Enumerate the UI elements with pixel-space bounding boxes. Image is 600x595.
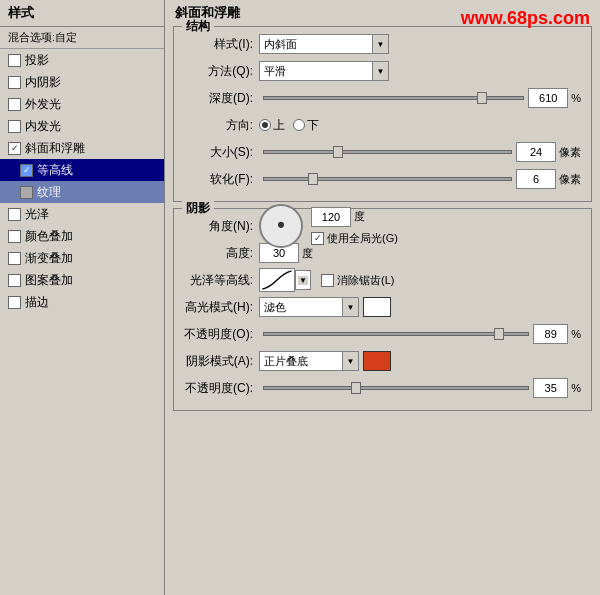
method-select[interactable]: 平滑 ▼	[259, 61, 389, 81]
angle-unit: 度	[354, 209, 365, 224]
shadow-opacity-slider-container	[259, 386, 533, 390]
highlight-mode-row: 高光模式(H): 滤色 ▼	[184, 296, 581, 318]
size-input[interactable]: 24	[516, 142, 556, 162]
angle-right-col: 120 度 使用全局光(G)	[311, 207, 398, 246]
sidebar-item-texture[interactable]: 纹理	[0, 181, 164, 203]
gloss-contour-arrow-icon[interactable]: ▼	[298, 276, 308, 285]
direction-up-item[interactable]: 上	[259, 117, 285, 134]
size-row: 大小(S): 24 像素	[184, 141, 581, 163]
size-slider-track[interactable]	[263, 150, 512, 154]
soften-slider-track[interactable]	[263, 177, 512, 181]
sidebar-item-color-overlay[interactable]: 颜色叠加	[0, 225, 164, 247]
angle-input[interactable]: 120	[311, 207, 351, 227]
sidebar-item-inner-shadow[interactable]: 内阴影	[0, 71, 164, 93]
direction-down-radio[interactable]	[293, 119, 305, 131]
shadow-mode-value: 正片叠底	[264, 354, 308, 369]
structure-panel: 结构 样式(I): 内斜面 ▼ 方法(Q): 平滑 ▼ 深度(D):	[173, 26, 592, 202]
highlight-color-swatch[interactable]	[363, 297, 391, 317]
color-overlay-checkbox[interactable]	[8, 230, 21, 243]
direction-label: 方向:	[184, 117, 259, 134]
inner-glow-checkbox[interactable]	[8, 120, 21, 133]
sidebar-subtitle: 混合选项:自定	[0, 27, 164, 49]
global-light-checkbox[interactable]	[311, 232, 324, 245]
sidebar-item-stroke[interactable]: 描边	[0, 291, 164, 313]
sidebar-item-bevel-emboss[interactable]: 斜面和浮雕	[0, 137, 164, 159]
sidebar-item-satin[interactable]: 光泽	[0, 203, 164, 225]
inner-shadow-checkbox[interactable]	[8, 76, 21, 89]
style-select[interactable]: 内斜面 ▼	[259, 34, 389, 54]
gloss-contour-select[interactable]: ▼	[295, 270, 311, 290]
soften-slider-thumb[interactable]	[308, 173, 318, 185]
texture-label: 纹理	[37, 184, 61, 201]
gloss-contour-thumb[interactable]	[259, 268, 295, 292]
sidebar-item-drop-shadow[interactable]: 投影	[0, 49, 164, 71]
structure-label: 结构	[182, 18, 214, 35]
highlight-opacity-input[interactable]: 89	[533, 324, 568, 344]
contour-label: 等高线	[37, 162, 73, 179]
contour-checkbox[interactable]	[20, 164, 33, 177]
depth-input[interactable]: 610	[528, 88, 568, 108]
gloss-contour-label: 光泽等高线:	[184, 272, 259, 289]
shadow-opacity-input[interactable]: 35	[533, 378, 568, 398]
soften-input[interactable]: 6	[516, 169, 556, 189]
depth-slider-track[interactable]	[263, 96, 524, 100]
depth-unit: %	[571, 92, 581, 104]
direction-up-label: 上	[273, 117, 285, 134]
depth-slider-container	[259, 96, 528, 100]
outer-glow-label: 外发光	[25, 96, 61, 113]
direction-up-radio[interactable]	[259, 119, 271, 131]
global-light-row: 使用全局光(G)	[311, 231, 398, 246]
sidebar-item-outer-glow[interactable]: 外发光	[0, 93, 164, 115]
highlight-opacity-slider-thumb[interactable]	[494, 328, 504, 340]
shadow-mode-arrow-icon[interactable]: ▼	[342, 352, 358, 370]
shadow-opacity-unit: %	[571, 382, 581, 394]
direction-down-item[interactable]: 下	[293, 117, 319, 134]
highlight-opacity-label: 不透明度(O):	[184, 326, 259, 343]
shadow-opacity-slider-thumb[interactable]	[351, 382, 361, 394]
style-label: 样式(I):	[184, 36, 259, 53]
shadow-color-swatch[interactable]	[363, 351, 391, 371]
highlight-mode-select[interactable]: 滤色 ▼	[259, 297, 359, 317]
pattern-overlay-checkbox[interactable]	[8, 274, 21, 287]
size-slider-container	[259, 150, 516, 154]
shadow-panel: 阴影 角度(N): 120 度 使用全局光(G) 高度: 30	[173, 208, 592, 411]
highlight-opacity-slider-track[interactable]	[263, 332, 529, 336]
shadow-opacity-label: 不透明度(C):	[184, 380, 259, 397]
gradient-overlay-checkbox[interactable]	[8, 252, 21, 265]
sidebar-item-gradient-overlay[interactable]: 渐变叠加	[0, 247, 164, 269]
depth-label: 深度(D):	[184, 90, 259, 107]
angle-circle[interactable]	[259, 204, 303, 248]
highlight-mode-arrow-icon[interactable]: ▼	[342, 298, 358, 316]
anti-alias-checkbox[interactable]	[321, 274, 334, 287]
angle-row: 角度(N): 120 度 使用全局光(G)	[184, 215, 581, 237]
method-arrow-icon[interactable]: ▼	[372, 62, 388, 80]
angle-dot	[278, 222, 284, 228]
shadow-mode-label: 阴影模式(A):	[184, 353, 259, 370]
satin-checkbox[interactable]	[8, 208, 21, 221]
shadow-opacity-slider-track[interactable]	[263, 386, 529, 390]
sidebar-item-contour[interactable]: 等高线	[0, 159, 164, 181]
size-slider-thumb[interactable]	[333, 146, 343, 158]
depth-slider-thumb[interactable]	[477, 92, 487, 104]
drop-shadow-checkbox[interactable]	[8, 54, 21, 67]
bevel-emboss-checkbox[interactable]	[8, 142, 21, 155]
stroke-checkbox[interactable]	[8, 296, 21, 309]
global-light-label: 使用全局光(G)	[327, 231, 398, 246]
style-arrow-icon[interactable]: ▼	[372, 35, 388, 53]
anti-alias-label: 消除锯齿(L)	[337, 273, 394, 288]
size-label: 大小(S):	[184, 144, 259, 161]
soften-unit: 像素	[559, 172, 581, 187]
sidebar-item-pattern-overlay[interactable]: 图案叠加	[0, 269, 164, 291]
shadow-label: 阴影	[182, 200, 214, 217]
highlight-opacity-row: 不透明度(O): 89 %	[184, 323, 581, 345]
sidebar-item-inner-glow[interactable]: 内发光	[0, 115, 164, 137]
direction-down-label: 下	[307, 117, 319, 134]
method-label: 方法(Q):	[184, 63, 259, 80]
direction-radio-group: 上 下	[259, 117, 319, 134]
texture-checkbox[interactable]	[20, 186, 33, 199]
pattern-overlay-label: 图案叠加	[25, 272, 73, 289]
method-row: 方法(Q): 平滑 ▼	[184, 60, 581, 82]
outer-glow-checkbox[interactable]	[8, 98, 21, 111]
anti-alias-container: 消除锯齿(L)	[321, 273, 394, 288]
shadow-mode-select[interactable]: 正片叠底 ▼	[259, 351, 359, 371]
